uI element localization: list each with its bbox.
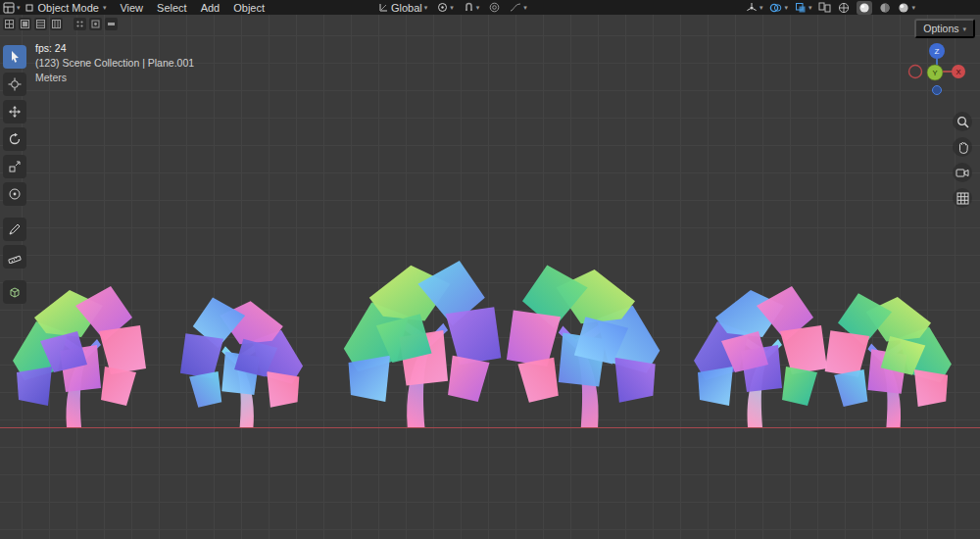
transform-orientation-icon (378, 2, 389, 13)
transform-orientation-dropdown[interactable]: Global ▾ (378, 2, 427, 14)
scale-tool-button[interactable] (3, 155, 26, 178)
chevron-down-icon: ▾ (962, 25, 966, 32)
tool-option-button-3[interactable] (105, 18, 118, 30)
chevron-down-icon: ▾ (103, 4, 107, 11)
fps-readout: fps: 24 (35, 41, 194, 56)
navigation-gizmo[interactable]: Z X Y (906, 39, 968, 100)
pivot-point-icon (437, 2, 448, 13)
move-tool-icon (8, 105, 22, 119)
transform-tool-icon (8, 187, 22, 201)
pivot-point-dropdown[interactable]: ▾ (437, 2, 454, 13)
tool-option-button-1[interactable] (74, 18, 86, 30)
tree-object-2[interactable] (180, 298, 303, 427)
options-button[interactable]: Options ▾ (914, 19, 975, 38)
blender-3d-viewport: ▾ Object Mode ▾ View Select Add Object (0, 0, 980, 539)
cursor-tool-icon (8, 77, 22, 91)
tool-fallback-button-4[interactable] (50, 18, 63, 30)
tree-object-1[interactable] (13, 286, 146, 427)
chevron-down-icon: ▾ (760, 4, 763, 11)
xray-icon (795, 2, 807, 14)
ortho-toggle-button[interactable] (953, 188, 972, 208)
shading-rendered-icon (898, 2, 909, 14)
overlays-dropdown[interactable]: ▾ (769, 2, 788, 14)
grid-icon (5, 20, 14, 28)
gizmo-z-label: Z (935, 47, 940, 56)
shading-solid-button[interactable] (857, 1, 872, 15)
chevron-down-icon: ▾ (808, 4, 812, 11)
show-gizmo-dropdown[interactable]: ▾ (746, 2, 763, 14)
options-label: Options (923, 23, 958, 34)
ortho-grid-icon (956, 192, 969, 205)
snap-toggle[interactable]: ▾ (464, 2, 480, 13)
tool-settings-row (3, 18, 118, 30)
shading-material-icon (879, 2, 891, 14)
add-cube-tool-icon (8, 285, 22, 299)
editor-type-button[interactable]: ▾ (3, 2, 21, 14)
shading-rendered-button[interactable]: ▾ (898, 2, 915, 14)
chevron-down-icon: ▾ (911, 4, 915, 11)
shading-solid-icon (858, 2, 870, 14)
tree-object-4[interactable] (507, 265, 660, 427)
rotate-tool-icon (8, 132, 22, 146)
tool-fallback-button-1[interactable] (3, 18, 16, 30)
proportional-edit-icon (489, 2, 500, 13)
tree-object-3[interactable] (344, 261, 501, 427)
measure-tool-button[interactable] (3, 245, 26, 269)
viewport-info: fps: 24 (123) Scene Collection | Plane.0… (35, 41, 194, 85)
measure-tool-icon (8, 250, 22, 264)
viewport-header: ▾ Object Mode ▾ View Select Add Object (0, 0, 980, 15)
grid-icon (36, 20, 45, 28)
select-tool-icon (8, 50, 22, 64)
pan-hand-icon (956, 141, 969, 154)
zoom-button[interactable] (953, 112, 972, 131)
overlays-icon (769, 2, 782, 14)
select-tool-button[interactable] (3, 45, 26, 69)
screens-icon (818, 2, 831, 13)
shading-wireframe-button[interactable] (838, 2, 850, 14)
chevron-down-icon: ▾ (784, 4, 788, 11)
mode-label: Object Mode (38, 2, 99, 14)
pan-button[interactable] (953, 137, 972, 157)
menu-add[interactable]: Add (194, 2, 227, 14)
gizmo-y-label: Y (932, 69, 937, 77)
chevron-down-icon: ▾ (523, 4, 527, 11)
transform-tool-button[interactable] (3, 182, 26, 206)
camera-view-button[interactable] (953, 163, 972, 182)
show-gizmo-icon (746, 2, 758, 14)
zoom-icon (956, 116, 969, 128)
menu-select[interactable]: Select (150, 2, 194, 14)
annotate-tool-button[interactable] (3, 218, 26, 241)
gizmo-neg-x-axis[interactable] (909, 66, 922, 78)
cursor-tool-button[interactable] (3, 73, 26, 96)
falloff-icon (510, 2, 521, 13)
editor-type-icon (3, 2, 15, 14)
add-cube-tool-button[interactable] (3, 280, 26, 304)
rotate-tool-button[interactable] (3, 127, 26, 151)
menu-view[interactable]: View (113, 2, 150, 14)
tool-fallback-button-2[interactable] (19, 18, 31, 30)
tool-fallback-button-3[interactable] (34, 18, 47, 30)
grid-icon (21, 20, 29, 28)
chevron-down-icon: ▾ (424, 4, 428, 11)
camera-icon (956, 167, 969, 178)
proportional-edit-toggle[interactable] (489, 2, 500, 13)
chevron-down-icon: ▾ (450, 4, 454, 11)
object-mode-icon (24, 3, 34, 13)
snap-magnet-icon (464, 2, 474, 13)
menu-object[interactable]: Object (226, 2, 271, 14)
shading-wireframe-icon (838, 2, 850, 14)
orientation-label: Global (391, 2, 422, 14)
xray-toggle[interactable]: ▾ (795, 2, 812, 14)
tool-option-button-2[interactable] (89, 18, 102, 30)
grid-icon (52, 20, 61, 28)
shading-material-button[interactable] (879, 2, 891, 14)
falloff-dropdown[interactable]: ▾ (510, 2, 527, 13)
mode-dropdown[interactable]: Object Mode ▾ (21, 2, 114, 14)
tree-object-5[interactable] (694, 286, 827, 427)
move-tool-button[interactable] (3, 100, 26, 123)
gizmo-neg-z-axis[interactable] (933, 86, 942, 95)
chevron-down-icon: ▾ (476, 4, 480, 11)
unit-readout: Meters (35, 71, 194, 85)
multiview-button[interactable] (818, 2, 831, 13)
tree-object-6[interactable] (825, 293, 952, 427)
